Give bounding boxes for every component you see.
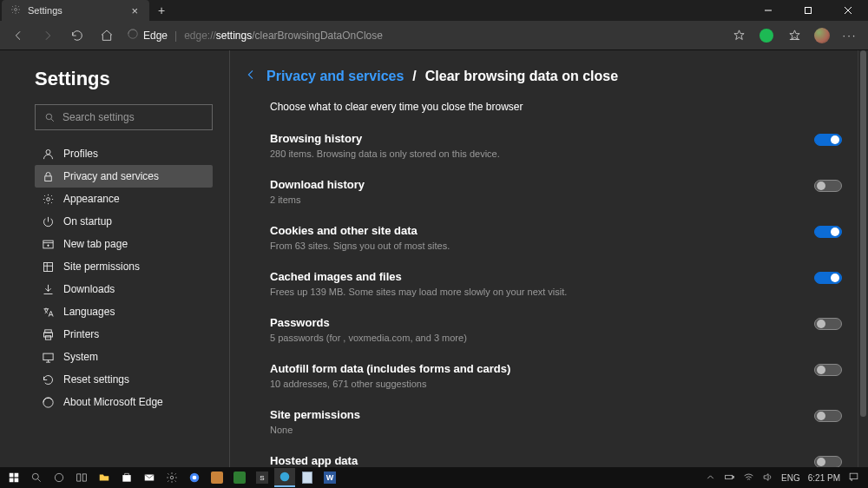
search-placeholder: Search settings	[62, 111, 135, 123]
favorites-list-button[interactable]	[781, 23, 807, 49]
toggle-switch[interactable]	[814, 364, 842, 376]
sidebar-item-label: Privacy and services	[63, 170, 159, 182]
file-explorer-icon[interactable]	[94, 468, 115, 487]
search-settings-input[interactable]: Search settings	[35, 104, 213, 130]
toggle-switch[interactable]	[814, 410, 842, 422]
profile-avatar[interactable]	[814, 28, 830, 43]
chrome-icon[interactable]	[184, 468, 205, 487]
option-title: Cached images and files	[270, 270, 567, 283]
tray-language[interactable]: ENG	[781, 473, 800, 483]
back-button[interactable]	[5, 23, 31, 49]
mail-icon[interactable]	[139, 468, 160, 487]
svg-rect-10	[45, 175, 52, 181]
search-taskbar-button[interactable]	[26, 468, 47, 487]
start-button[interactable]	[3, 468, 24, 487]
sidebar-item-label: New tab page	[63, 238, 128, 250]
breadcrumb-back-button[interactable]	[244, 68, 258, 85]
option-subtitle: 5 passwords (for , voxmedia.com, and 3 m…	[270, 333, 467, 343]
svg-rect-27	[15, 473, 19, 478]
svg-point-32	[55, 473, 62, 481]
sidebar-item-label: System	[63, 351, 98, 363]
svg-rect-16	[44, 262, 53, 271]
sidebar-item-reset-settings[interactable]: Reset settings	[35, 368, 213, 391]
cortana-button[interactable]	[49, 468, 69, 487]
svg-rect-19	[45, 329, 52, 332]
system-tray: ENG 6:21 PM	[705, 472, 865, 485]
app-icon-1[interactable]	[207, 468, 227, 487]
app-icon-3[interactable]: S	[252, 468, 273, 487]
new-tab-button[interactable]: +	[149, 0, 174, 21]
word-icon[interactable]: W	[319, 468, 340, 487]
toggle-switch[interactable]	[814, 456, 842, 467]
svg-rect-35	[122, 475, 130, 482]
more-button[interactable]: ···	[837, 23, 863, 49]
option-subtitle: Frees up 139 MB. Some sites may load mor…	[270, 287, 567, 297]
sidebar-item-privacy-and-services[interactable]: Privacy and services	[35, 165, 213, 188]
svg-point-37	[170, 476, 174, 479]
scrollbar-thumb[interactable]	[860, 50, 866, 417]
close-window-button[interactable]	[828, 0, 868, 21]
home-button[interactable]	[94, 23, 120, 49]
option-row: Passwords5 passwords (for , voxmedia.com…	[270, 316, 842, 343]
svg-point-9	[46, 149, 50, 154]
sidebar-item-printers[interactable]: Printers	[35, 323, 213, 346]
maximize-button[interactable]	[788, 0, 828, 21]
settings-sidebar: Settings Search settings ProfilesPrivacy…	[0, 50, 230, 467]
option-subtitle: 10 addresses, 671 other suggestions	[270, 379, 510, 389]
windows-taskbar: S W ENG 6:21 PM	[0, 467, 868, 488]
toggle-switch[interactable]	[814, 226, 842, 238]
tab-close-button[interactable]: ×	[128, 4, 141, 17]
toggle-switch[interactable]	[814, 180, 842, 192]
address-box[interactable]: Edge | edge://settings/clearBrowsingData…	[127, 28, 383, 43]
svg-rect-43	[850, 473, 858, 479]
sidebar-item-downloads[interactable]: Downloads	[35, 278, 213, 300]
minimize-button[interactable]	[748, 0, 788, 21]
newtab-icon	[42, 238, 55, 251]
forward-button[interactable]	[35, 23, 61, 49]
toggle-switch[interactable]	[814, 318, 842, 330]
option-title: Browsing history	[270, 132, 500, 145]
sidebar-item-label: Site permissions	[63, 260, 140, 273]
sidebar-item-languages[interactable]: Languages	[35, 300, 213, 323]
browser-tab[interactable]: Settings ×	[2, 0, 149, 21]
notifications-icon[interactable]	[848, 472, 859, 485]
breadcrumb-link[interactable]: Privacy and services	[266, 69, 404, 84]
edge-icon	[42, 396, 55, 409]
permissions-icon	[42, 260, 55, 274]
store-icon[interactable]	[116, 468, 137, 487]
settings-heading: Settings	[35, 68, 212, 90]
volume-icon[interactable]	[762, 472, 773, 485]
edge-taskbar-icon[interactable]	[274, 468, 295, 487]
notepad-icon[interactable]	[297, 468, 318, 487]
wifi-icon[interactable]	[743, 472, 754, 485]
system-icon	[42, 351, 55, 364]
sidebar-item-system[interactable]: System	[35, 346, 213, 368]
toggle-switch[interactable]	[814, 272, 842, 284]
task-view-button[interactable]	[71, 468, 92, 487]
sidebar-item-about-microsoft-edge[interactable]: About Microsoft Edge	[35, 391, 213, 413]
sidebar-item-profiles[interactable]: Profiles	[35, 142, 213, 165]
tray-clock[interactable]: 6:21 PM	[808, 473, 840, 483]
sidebar-item-label: Downloads	[63, 283, 115, 295]
toggle-switch[interactable]	[814, 134, 842, 146]
vertical-scrollbar[interactable]	[858, 50, 868, 467]
svg-line-31	[38, 479, 41, 482]
refresh-button[interactable]	[64, 23, 90, 49]
battery-icon[interactable]	[724, 472, 735, 485]
sidebar-item-label: About Microsoft Edge	[63, 396, 163, 408]
option-row: Download history2 items	[270, 178, 842, 205]
app-icon-2[interactable]	[229, 468, 250, 487]
sidebar-item-new-tab-page[interactable]: New tab page	[35, 233, 213, 255]
sidebar-item-appearance[interactable]: Appearance	[35, 188, 213, 210]
tray-chevron-icon[interactable]	[705, 472, 716, 485]
favorite-button[interactable]	[726, 23, 752, 49]
edge-icon	[127, 28, 139, 43]
option-row: Cached images and filesFrees up 139 MB. …	[270, 270, 842, 297]
settings-taskbar-icon[interactable]	[161, 468, 182, 487]
printer-icon	[42, 328, 55, 341]
extension-badge[interactable]	[753, 23, 779, 49]
svg-rect-21	[45, 335, 50, 339]
sidebar-item-on-startup[interactable]: On startup	[35, 210, 213, 233]
sidebar-item-label: Appearance	[63, 193, 120, 205]
sidebar-item-site-permissions[interactable]: Site permissions	[35, 255, 213, 278]
